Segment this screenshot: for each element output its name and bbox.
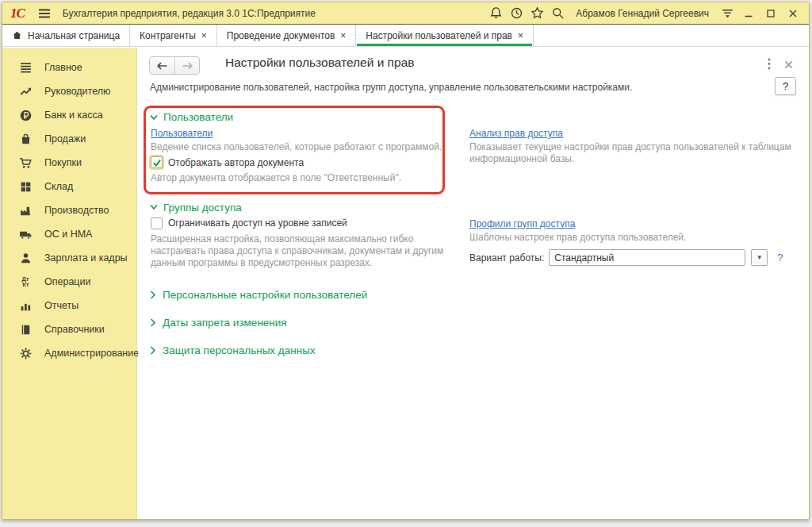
sidebar-item-os-i-nma[interactable]: ОС и НМА [2, 222, 136, 246]
sidebar-item-otchety[interactable]: Отчеты [2, 294, 136, 317]
favorites-star-icon[interactable] [527, 6, 547, 21]
show-document-author-checkbox-row[interactable]: Отображать автора документа [151, 156, 445, 168]
factory-icon [18, 203, 33, 217]
sidebar-item-label: Отчеты [44, 300, 79, 311]
notifications-bell-icon[interactable] [485, 6, 506, 21]
section-title: Пользователи [163, 111, 233, 123]
section-header-personal-settings[interactable]: Персональные настройки пользователей [150, 289, 795, 301]
sidebar-item-sklad[interactable]: Склад [2, 175, 136, 198]
menu-lines-icon [18, 60, 33, 75]
sidebar-item-label: Операции [44, 276, 90, 287]
users-link[interactable]: Пользователи [151, 128, 213, 139]
app-window: 1С Бухгалтерия предприятия, редакция 3.0… [2, 2, 810, 520]
book-icon [18, 322, 33, 337]
sidebar-item-glavnoe[interactable]: Главное [2, 56, 136, 79]
restrict-access-checkbox-row[interactable]: Ограничивать доступ на уровне записей [151, 217, 445, 229]
warehouse-grid-icon [18, 179, 33, 194]
sections-sidebar: Главное Руководителю Банк и касса Продаж… [2, 48, 137, 519]
sidebar-item-label: Покупки [44, 157, 82, 168]
section-header-users[interactable]: Пользователи [150, 111, 795, 123]
section-title: Группы доступа [163, 202, 242, 213]
close-window-button[interactable] [782, 6, 804, 21]
section-title: Даты запрета изменения [163, 317, 287, 329]
section-title: Персональные настройки пользователей [163, 289, 367, 301]
person-icon [18, 251, 33, 265]
checkbox-checked[interactable] [151, 156, 163, 168]
page-subtitle: Администрирование пользователей, настрой… [150, 82, 632, 93]
hamburger-menu-icon[interactable] [34, 6, 55, 21]
work-mode-row: Вариант работы: Стандартный ▼ ? [469, 249, 796, 266]
tab-close-icon[interactable]: × [201, 30, 207, 41]
checkbox-label[interactable]: Ограничивать доступ на уровне записей [168, 217, 347, 229]
checkbox-description: Расширенная настройка, позволяющая макси… [151, 233, 445, 270]
maximize-button[interactable] [760, 6, 782, 21]
service-settings-icon[interactable] [717, 6, 737, 21]
tab-label: Настройки пользователей и прав [366, 30, 512, 41]
section-header-access-groups[interactable]: Группы доступа [150, 202, 795, 213]
sidebar-item-label: Администрирование [44, 348, 139, 359]
checkbox-description: Автор документа отображается в поле "Отв… [151, 172, 445, 184]
tab-label: Начальная страница [28, 30, 120, 41]
checkbox-unchecked[interactable] [151, 217, 163, 229]
work-mode-help-link[interactable]: ? [777, 252, 783, 264]
back-button[interactable] [150, 57, 174, 74]
sidebar-item-label: ОС и НМА [44, 229, 92, 240]
dt-kt-icon: ДтКт [18, 275, 33, 289]
sidebar-item-administrirovanie[interactable]: Администрирование [2, 341, 136, 365]
trend-up-icon [18, 84, 33, 98]
bar-chart-icon [18, 298, 33, 313]
work-mode-select[interactable]: Стандартный [549, 249, 745, 266]
1c-logo: 1С [10, 6, 25, 21]
sidebar-item-label: Руководителю [44, 86, 110, 97]
chevron-down-icon [150, 114, 158, 121]
forward-button[interactable] [174, 57, 199, 74]
tab-close-icon[interactable]: × [518, 30, 523, 41]
section-title: Защита персональных данных [163, 344, 316, 356]
page-title: Настройки пользователей и прав [225, 56, 415, 70]
sidebar-item-pokupki[interactable]: Покупки [2, 151, 136, 175]
section-header-change-prohibition-dates[interactable]: Даты запрета изменения [150, 317, 795, 329]
close-form-icon[interactable] [784, 58, 793, 72]
section-users: Пользователи Пользователи Ведение списка… [150, 111, 795, 188]
tab-kontragenty[interactable]: Контрагенты × [130, 25, 217, 46]
history-icon[interactable] [506, 6, 527, 21]
sidebar-item-spravochniki[interactable]: Справочники [2, 317, 136, 341]
window-title: Бухгалтерия предприятия, редакция 3.0 1С… [63, 8, 316, 19]
sidebar-item-label: Зарплата и кадры [44, 252, 128, 264]
tab-provedenie-dokumentov[interactable]: Проведение документов × [217, 25, 357, 46]
more-options-icon[interactable] [768, 58, 771, 73]
tab-nastroyki-polzovateley[interactable]: Настройки пользователей и прав × [356, 25, 534, 46]
section-header-personal-data-protection[interactable]: Защита персональных данных [150, 344, 795, 356]
history-nav-buttons [149, 56, 200, 75]
sidebar-item-label: Банк и касса [44, 110, 103, 121]
current-user-name[interactable]: Абрамов Геннадий Сергеевич [576, 8, 709, 19]
sidebar-item-operatsii[interactable]: ДтКт Операции [2, 270, 136, 294]
access-group-profiles-description: Шаблоны настроек прав доступа пользовате… [469, 232, 796, 244]
truck-icon [18, 227, 33, 241]
checkmark-icon [152, 158, 162, 167]
home-icon [12, 30, 22, 40]
help-button[interactable]: ? [775, 77, 796, 95]
sidebar-item-proizvodstvo[interactable]: Производство [2, 198, 136, 222]
chevron-right-icon [150, 346, 156, 355]
sidebar-item-label: Склад [44, 181, 73, 192]
tab-home[interactable]: Начальная страница [2, 25, 130, 46]
sidebar-item-prodazhi[interactable]: Продажи [2, 127, 136, 151]
sidebar-item-label: Продажи [44, 133, 86, 144]
dropdown-arrow-icon[interactable]: ▼ [751, 249, 768, 266]
sidebar-item-bank-i-kassa[interactable]: Банк и касса [2, 103, 136, 127]
ruble-circle-icon [18, 108, 33, 122]
chevron-right-icon [150, 318, 156, 327]
shopping-bag-icon [18, 132, 33, 146]
checkbox-label[interactable]: Отображать автора документа [168, 157, 304, 168]
access-rights-analysis-description: Показывает текущие настройки прав доступ… [469, 141, 796, 166]
sidebar-item-zarplata-i-kadry[interactable]: Зарплата и кадры [2, 246, 136, 270]
search-icon[interactable] [547, 6, 568, 21]
minimize-button[interactable] [737, 6, 760, 21]
access-rights-analysis-link[interactable]: Анализ прав доступа [469, 128, 563, 139]
access-group-profiles-link[interactable]: Профили групп доступа [469, 218, 575, 229]
sidebar-item-rukovoditelyu[interactable]: Руководителю [2, 79, 136, 103]
gear-icon [18, 346, 33, 360]
tab-close-icon[interactable]: × [340, 30, 346, 41]
settings-sections: Пользователи Пользователи Ведение списка… [150, 111, 795, 356]
